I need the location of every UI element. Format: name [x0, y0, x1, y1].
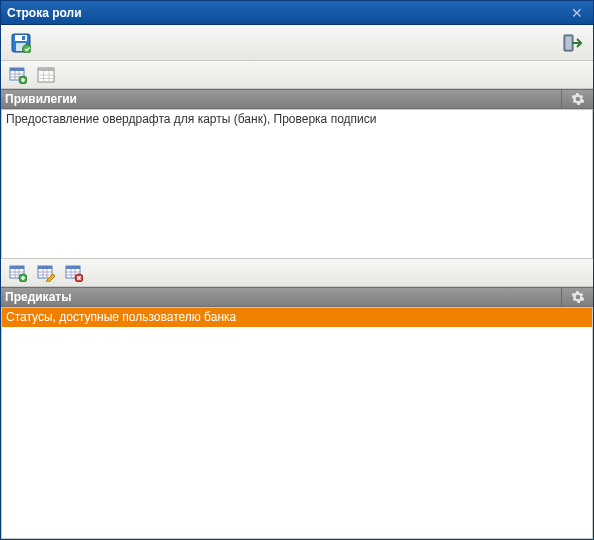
svg-rect-15	[38, 68, 54, 71]
privileges-header: Привилегии	[1, 89, 593, 109]
privileges-row-text: Предоставление овердрафта для карты (бан…	[6, 112, 376, 126]
privileges-grid[interactable]: Предоставление овердрафта для карты (бан…	[1, 109, 593, 259]
predicates-header-label: Предикаты	[1, 290, 561, 304]
svg-rect-1	[15, 35, 27, 41]
main-toolbar	[1, 25, 593, 61]
privileges-toolbar	[1, 61, 593, 89]
window-title: Строка роли	[7, 6, 567, 20]
svg-rect-34	[66, 266, 80, 269]
svg-rect-3	[22, 36, 25, 40]
predicates-header: Предикаты	[1, 287, 593, 307]
titlebar: Строка роли ✕	[1, 1, 593, 25]
privileges-row[interactable]: Предоставление овердрафта для карты (бан…	[2, 110, 592, 129]
exit-icon	[563, 33, 583, 53]
gear-icon	[571, 290, 585, 304]
svg-rect-21	[10, 266, 24, 269]
table-add-icon	[9, 66, 27, 84]
predicates-toolbar	[1, 259, 593, 287]
privileges-settings-button[interactable]	[561, 90, 593, 108]
save-icon	[11, 33, 31, 53]
predicates-row[interactable]: Статусы, доступные пользователю банка	[2, 308, 592, 327]
gear-icon	[571, 92, 585, 106]
svg-point-4	[23, 44, 32, 53]
predicates-settings-button[interactable]	[561, 288, 593, 306]
privileges-view-button[interactable]	[35, 64, 57, 86]
predicates-delete-button[interactable]	[63, 262, 85, 284]
close-icon[interactable]: ✕	[567, 5, 587, 21]
predicates-add-button[interactable]	[7, 262, 29, 284]
svg-rect-28	[38, 266, 52, 269]
predicates-grid[interactable]: Статусы, доступные пользователю банка	[1, 307, 593, 539]
role-row-window: Строка роли ✕	[0, 0, 594, 540]
predicates-edit-button[interactable]	[35, 262, 57, 284]
predicates-section: Предикаты Статусы, доступные пользовател…	[1, 259, 593, 539]
table-icon	[37, 66, 55, 84]
save-button[interactable]	[9, 31, 33, 55]
table-delete-icon	[65, 264, 83, 282]
table-edit-icon	[37, 264, 55, 282]
exit-button[interactable]	[561, 31, 585, 55]
svg-rect-6	[566, 36, 572, 49]
privileges-add-button[interactable]	[7, 64, 29, 86]
svg-rect-8	[10, 68, 24, 71]
table-add-icon	[9, 264, 27, 282]
predicates-row-text: Статусы, доступные пользователю банка	[6, 310, 236, 324]
privileges-header-label: Привилегии	[1, 92, 561, 106]
